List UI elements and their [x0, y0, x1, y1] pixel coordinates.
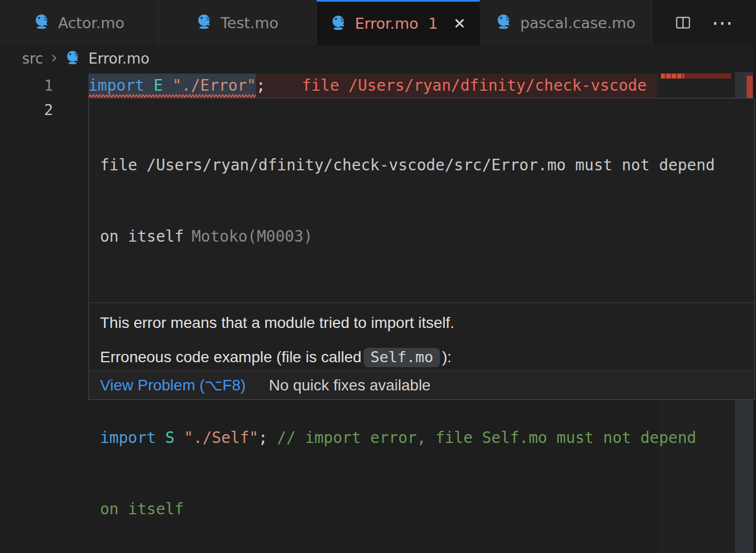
hover-status-bar: View Problem (⌥F8) No quick fixes availa…	[89, 371, 754, 399]
breadcrumb-file[interactable]: Error.mo	[88, 50, 150, 67]
quick-fix-status: No quick fixes available	[269, 377, 431, 394]
line-number-1: 1	[0, 74, 53, 98]
tab-error-count-badge: 1	[428, 15, 438, 32]
breadcrumb: src › Error.mo	[0, 45, 753, 72]
error-range-highlight: import E "./Error"	[88, 74, 256, 98]
inline-error-message: file /Users/ryan/dfinity/check-vscode	[302, 74, 647, 98]
inline-code-chip: Self.mo	[364, 348, 440, 367]
tab-label: Actor.mo	[58, 14, 124, 32]
editor-actions: ⋯	[674, 0, 756, 45]
example-paragraph: Erroneous code example (file is calledSe…	[100, 346, 743, 368]
tab-pascal-case-mo[interactable]: pascal.case.mo	[480, 0, 652, 45]
tab-test-mo[interactable]: Test.mo	[159, 0, 317, 45]
tab-label: Test.mo	[221, 14, 279, 32]
code-line-1[interactable]: import E "./Error" ; file /Users/ryan/df…	[88, 74, 658, 98]
vscode-window: Actor.mo Test.mo Error.mo 1 ✕ pascal.cas…	[0, 0, 756, 553]
tab-label: pascal.case.mo	[520, 14, 636, 32]
explanation-paragraph: This error means that a module tried to …	[100, 312, 743, 334]
code-block-line-1: import S "./Self"; // import error, file…	[100, 426, 743, 450]
tab-actor-mo[interactable]: Actor.mo	[0, 0, 159, 45]
motoko-file-icon	[34, 13, 50, 33]
code-block-line-2: on itself	[100, 497, 743, 521]
view-problem-link[interactable]: View Problem (⌥F8)	[100, 376, 246, 394]
motoko-file-icon	[65, 49, 81, 68]
more-actions-button[interactable]: ⋯	[712, 12, 733, 33]
semicolon-token: ;	[256, 74, 265, 98]
error-line-background: ; file /Users/ryan/dfinity/check-vscode	[256, 74, 658, 98]
error-hover-popup: file /Users/ryan/dfinity/check-vscode/sr…	[88, 98, 755, 400]
breadcrumb-folder[interactable]: src	[22, 50, 43, 67]
diagnostic-source: Motoko(M0003)	[192, 227, 313, 246]
motoko-file-icon	[330, 14, 347, 34]
tab-error-mo[interactable]: Error.mo 1 ✕	[317, 0, 480, 45]
split-editor-icon	[674, 14, 692, 32]
motoko-file-icon	[196, 13, 213, 33]
minimap-error-text-marker	[661, 74, 684, 79]
close-icon[interactable]: ✕	[453, 15, 466, 32]
tab-label: Error.mo	[355, 15, 418, 32]
diagnostic-explanation: This error means that a module tried to …	[89, 303, 754, 553]
tab-bar: Actor.mo Test.mo Error.mo 1 ✕ pascal.cas…	[0, 0, 756, 45]
overview-ruler-error-marker	[747, 76, 753, 98]
motoko-file-icon	[496, 13, 512, 33]
diagnostic-message-line1: file /Users/ryan/dfinity/check-vscode/sr…	[100, 153, 743, 177]
diagnostic-message: file /Users/ryan/dfinity/check-vscode/sr…	[89, 98, 754, 303]
chevron-right-icon: ›	[51, 49, 57, 68]
diagnostic-message-line2: on itselfMotoko(M0003)	[100, 225, 743, 248]
minimap-error-line-marker	[661, 74, 731, 79]
example-code-block: import S "./Self"; // import error, file…	[100, 378, 743, 553]
error-squiggle	[88, 93, 256, 98]
line-number-2: 2	[0, 98, 53, 122]
split-editor-button[interactable]	[674, 14, 692, 32]
